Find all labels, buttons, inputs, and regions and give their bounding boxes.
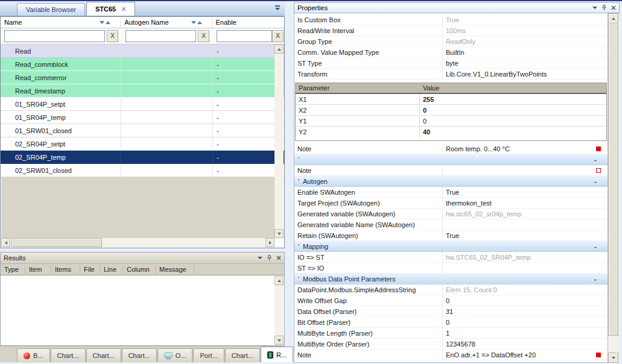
close-icon[interactable] [611,5,616,10]
chevron-down-icon[interactable] [258,257,262,259]
property-row[interactable]: Generated variable (SWAutogen) hw.stc65_… [294,209,608,219]
collapse-icon[interactable]: - [594,178,608,185]
property-row[interactable]: Comm. Value Mapped Type BuiltIn [294,47,608,58]
scroll-down-button[interactable] [608,353,618,363]
results-title-bar[interactable]: Results [1,253,284,264]
properties-title-bar[interactable]: Properties [294,2,620,13]
close-icon[interactable] [276,256,281,260]
table-row[interactable]: 01_SR04P_setpt - [1,98,284,111]
table-row[interactable]: 01_SR04P_temp - [1,111,284,124]
scroll-left-button[interactable] [1,238,10,247]
parameter-row[interactable]: Y2 40 [296,127,606,137]
collapse-icon[interactable]: - [594,243,608,250]
tab-strip-menu-icon[interactable] [274,5,281,12]
column-header-items[interactable]: Items [51,266,80,274]
bottom-tab-o[interactable]: O... [157,348,193,362]
section-header-row-mapping[interactable]: ' Mapping - [294,241,608,252]
property-row[interactable]: ST Type byte [294,58,608,69]
vertical-scrollbar[interactable] [275,276,284,345]
scroll-down-button[interactable] [275,229,284,238]
clear-filter-button[interactable]: X [107,30,118,42]
parameter-row[interactable]: X1 255 [296,94,606,105]
property-row[interactable]: IO => ST hw.STC65_02_SR04P_temp [294,252,608,263]
column-header-value[interactable]: Value [420,84,606,92]
column-header-file[interactable]: File [80,266,100,274]
property-row[interactable]: Note Room temp. 0...40 °C [294,143,608,154]
autogen-filter-input[interactable] [125,30,196,42]
section-header-row-modbus[interactable]: ' Modbus Data Point Parameters - [294,274,608,284]
column-header-enable[interactable]: Enable [212,17,285,28]
parameter-row[interactable]: Y1 0 [296,116,606,127]
scroll-up-button[interactable] [275,276,284,285]
enable-filter-input[interactable] [217,30,272,42]
scroll-up-button[interactable] [275,45,284,54]
property-row[interactable]: Is Custom Box True [294,14,608,25]
sort-desc-icon[interactable] [191,21,196,24]
table-row-selected[interactable]: 02_SR04P_temp - [1,151,284,164]
property-row[interactable]: Read/Write Interval 100ms [294,25,608,36]
scrollbar-thumb[interactable] [608,25,618,336]
property-row[interactable]: DataPoint.Modbus.SimpleAddressString Ele… [294,284,608,295]
property-row[interactable]: Bit Offset (Parser) 0 [294,317,608,328]
property-row[interactable]: MultiByte Order (Parser) 12345678 [294,339,608,350]
property-row[interactable]: Target Project (SWAutogen) thermokon_tes… [294,198,608,209]
column-header-parameter[interactable]: Parameter [296,84,420,92]
table-row[interactable]: 02_SR04P_setpt - [1,137,284,151]
property-row[interactable]: Data Offset (Parser) 31 [294,306,608,317]
collapse-icon[interactable]: - [594,275,608,283]
scroll-right-button[interactable] [265,238,275,247]
column-header-type[interactable]: Type [1,266,25,274]
bottom-tab-results[interactable]: R... [261,347,293,362]
column-header-column[interactable]: Column [123,266,156,274]
bottom-tab-chart-4[interactable]: Chart... [225,348,260,362]
property-row[interactable]: Note [294,165,608,176]
property-row[interactable]: Write Offset Gap 0 [294,295,608,306]
collapse-icon[interactable]: - [594,156,608,163]
chevron-down-icon[interactable] [592,7,597,9]
clear-filter-button[interactable]: X [198,30,209,42]
sort-asc-icon[interactable] [106,21,110,24]
table-row[interactable]: Read_timestamp - [1,84,284,98]
property-row[interactable]: Note EnO adr.+1 => DataOffset +20 [294,350,608,360]
table-row[interactable]: 02_SRW01_closed - [1,164,284,177]
property-row[interactable]: Retain (SWAutogen) True [294,230,608,241]
table-row[interactable]: Read - [1,45,284,58]
sort-desc-icon[interactable] [100,21,104,24]
close-icon[interactable]: ✕ [121,6,126,12]
vertical-scrollbar[interactable] [275,45,284,238]
tab-variable-browser[interactable]: Variable Browser [17,3,85,16]
table-row[interactable]: Read_commblock - [1,58,284,71]
bottom-tab-chart-1[interactable]: Chart... [51,348,86,362]
bottom-tab-chart-3[interactable]: Chart... [122,348,157,362]
column-header-item[interactable]: Item [25,266,51,274]
property-row[interactable]: MultiByte Length (Parser) 1 [294,328,608,339]
table-row[interactable]: 01_SRW01_closed - [1,124,284,137]
column-header-message[interactable]: Message [156,266,194,274]
sort-asc-icon[interactable] [197,21,202,24]
horizontal-scrollbar[interactable] [1,238,275,247]
scrollbar-thumb[interactable] [11,238,102,247]
section-header-row[interactable]: ' - [294,154,608,165]
property-row[interactable]: Enable SWAutogen True [294,187,608,198]
property-row[interactable]: Transform Lib.Core.V1_0.LinearByTwoPoint… [294,69,608,80]
pin-icon[interactable] [267,255,272,261]
property-row[interactable]: ST => IO [294,263,608,274]
clear-filter-button[interactable]: X [272,30,284,42]
column-header-autogen-name[interactable]: Autogen Name [121,17,212,28]
parameter-row[interactable]: X2 0 [296,105,606,116]
scroll-up-button[interactable] [608,13,618,24]
bottom-tab-port[interactable]: Port... [193,348,224,362]
property-row[interactable]: Generated variable Name (SWAutogen) [294,219,608,230]
table-row[interactable]: Read_commerror - [1,71,284,84]
column-header-line[interactable]: Line [100,266,123,274]
scroll-down-button[interactable] [275,336,284,345]
bottom-tab-chart-2[interactable]: Chart... [86,348,121,362]
vertical-scrollbar[interactable] [608,13,618,363]
tab-stc65[interactable]: STC65 ✕ [86,2,135,16]
property-row[interactable]: Group Type ReadOnly [294,36,608,47]
name-filter-input[interactable] [4,30,105,42]
section-header-row-autogen[interactable]: ' Autogen - [294,176,608,187]
column-header-name[interactable]: Name [1,17,121,28]
pin-icon[interactable] [601,5,607,11]
bottom-tab-b[interactable]: B... [17,348,50,362]
